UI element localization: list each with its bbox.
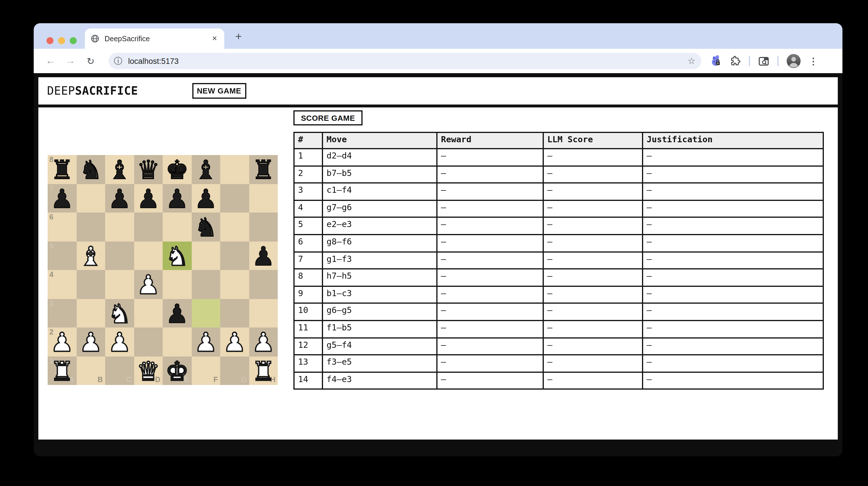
bookmark-star-icon[interactable]: ☆ xyxy=(688,56,695,66)
tab-close-icon[interactable]: ✕ xyxy=(211,34,218,43)
back-icon[interactable]: ← xyxy=(43,55,58,67)
square-e1[interactable]: E♚ xyxy=(163,356,191,385)
piece-white: ♟ xyxy=(105,327,134,356)
piece-black: ♟ xyxy=(249,241,278,270)
square-b7[interactable] xyxy=(76,184,105,213)
square-f7[interactable]: ♟ xyxy=(191,184,220,213)
profile-avatar[interactable] xyxy=(786,54,801,68)
square-h6[interactable] xyxy=(249,213,278,241)
square-g5[interactable] xyxy=(220,241,249,270)
square-d7[interactable]: ♟ xyxy=(134,184,163,213)
square-a7[interactable]: 7♟ xyxy=(48,184,76,213)
cell-reward: – xyxy=(437,338,543,355)
square-h3[interactable] xyxy=(249,299,278,327)
square-a2[interactable]: 2♟ xyxy=(48,327,76,356)
square-e3[interactable]: ♟ xyxy=(163,299,191,327)
square-g1[interactable]: G xyxy=(220,356,249,385)
browser-toolbar: ← → ↻ ⓘ localhost:5173 ☆ xyxy=(34,49,842,73)
url-bar[interactable]: ⓘ localhost:5173 ☆ xyxy=(108,53,701,69)
square-g3[interactable] xyxy=(220,299,249,327)
square-b1[interactable]: B xyxy=(76,356,105,385)
square-a8[interactable]: 8♜ xyxy=(48,155,76,184)
square-a4[interactable]: 4 xyxy=(48,270,76,299)
square-e4[interactable] xyxy=(163,270,191,299)
square-d4[interactable]: ♟ xyxy=(134,270,163,299)
square-f6[interactable]: ♞ xyxy=(191,213,220,241)
table-row: 11 f1–b5 – – – xyxy=(294,321,823,338)
window-controls xyxy=(46,37,77,44)
square-f2[interactable]: ♟ xyxy=(191,327,220,356)
cell-num: 2 xyxy=(294,166,322,183)
square-b4[interactable] xyxy=(76,270,105,299)
square-g6[interactable] xyxy=(220,213,249,241)
extensions-puzzle-icon[interactable] xyxy=(730,55,741,67)
square-d5[interactable] xyxy=(134,241,163,270)
square-a3[interactable]: 3 xyxy=(48,299,76,327)
square-g2[interactable]: ♟ xyxy=(220,327,249,356)
square-d3[interactable] xyxy=(134,299,163,327)
piece-black: ♚ xyxy=(163,155,191,184)
new-game-button[interactable]: NEW GAME xyxy=(192,83,246,99)
square-c4[interactable] xyxy=(105,270,134,299)
square-h5[interactable]: ♟ xyxy=(249,241,278,270)
table-row: 10 g6–g5 – – – xyxy=(294,303,823,321)
site-info-icon[interactable]: ⓘ xyxy=(114,56,122,66)
square-c7[interactable]: ♟ xyxy=(105,184,134,213)
square-h4[interactable] xyxy=(249,270,278,299)
square-h7[interactable] xyxy=(249,184,278,213)
cell-move: c1–f4 xyxy=(322,183,437,200)
square-c3[interactable]: ♞ xyxy=(105,299,134,327)
square-d8[interactable]: ♛ xyxy=(134,155,163,184)
square-f4[interactable] xyxy=(191,270,220,299)
square-e7[interactable]: ♟ xyxy=(163,184,191,213)
reload-icon[interactable]: ↻ xyxy=(83,56,98,66)
square-c5[interactable] xyxy=(105,241,134,270)
active-tab[interactable]: DeepSacrifice ✕ xyxy=(85,28,224,49)
square-c8[interactable]: ♝ xyxy=(105,155,134,184)
file-label: B xyxy=(98,376,103,384)
kebab-menu-icon[interactable]: ⋮ xyxy=(809,56,818,66)
square-f5[interactable] xyxy=(191,241,220,270)
close-window-button[interactable] xyxy=(46,37,54,44)
square-c2[interactable]: ♟ xyxy=(105,327,134,356)
square-b8[interactable]: ♞ xyxy=(76,155,105,184)
square-a6[interactable]: 6 xyxy=(48,213,76,241)
forward-icon[interactable]: → xyxy=(63,55,78,67)
square-e5[interactable]: ♞ xyxy=(163,241,191,270)
square-f1[interactable]: F xyxy=(191,356,220,385)
new-tab-button[interactable]: + xyxy=(235,31,242,42)
square-a5[interactable]: 5 xyxy=(48,241,76,270)
square-e8[interactable]: ♚ xyxy=(163,155,191,184)
rabbit-extension-icon[interactable] xyxy=(709,55,722,67)
square-f3[interactable] xyxy=(191,299,220,327)
square-g4[interactable] xyxy=(220,270,249,299)
square-c6[interactable] xyxy=(105,213,134,241)
square-h8[interactable]: ♜ xyxy=(249,155,278,184)
score-game-button[interactable]: SCORE GAME xyxy=(293,110,363,125)
square-b2[interactable]: ♟ xyxy=(76,327,105,356)
minimize-window-button[interactable] xyxy=(58,37,65,44)
square-d2[interactable] xyxy=(134,327,163,356)
cell-num: 3 xyxy=(294,183,322,200)
square-h2[interactable]: ♟ xyxy=(249,327,278,356)
tab-search-icon[interactable] xyxy=(757,55,770,67)
zoom-window-button[interactable] xyxy=(70,37,77,44)
cell-justification: – xyxy=(643,252,823,269)
square-g8[interactable] xyxy=(220,155,249,184)
square-f8[interactable]: ♝ xyxy=(191,155,220,184)
square-e2[interactable] xyxy=(163,327,191,356)
square-a1[interactable]: 1A♜ xyxy=(48,356,76,385)
square-e6[interactable] xyxy=(163,213,191,241)
square-b5[interactable]: ♝ xyxy=(76,241,105,270)
square-h1[interactable]: H♜ xyxy=(249,356,278,385)
square-g7[interactable] xyxy=(220,184,249,213)
cell-justification: – xyxy=(643,200,823,218)
url-text[interactable]: localhost:5173 xyxy=(128,57,688,65)
square-d1[interactable]: D♛ xyxy=(134,356,163,385)
square-c1[interactable]: C xyxy=(105,356,134,385)
square-d6[interactable] xyxy=(134,213,163,241)
square-b6[interactable] xyxy=(76,213,105,241)
cell-reward: – xyxy=(437,235,543,252)
logo-deep: DEEP xyxy=(47,84,75,98)
square-b3[interactable] xyxy=(76,299,105,327)
